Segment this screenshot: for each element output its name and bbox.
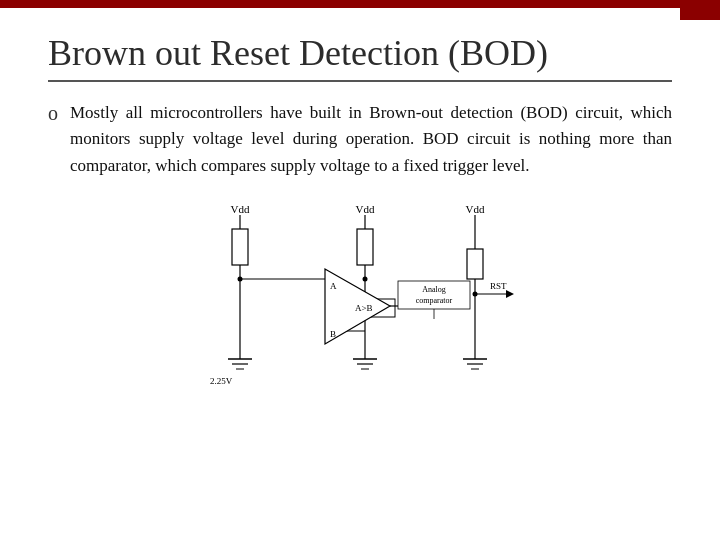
svg-text:2.25V: 2.25V: [210, 376, 233, 386]
content-area: Brown out Reset Detection (BOD) o Mostly…: [0, 8, 720, 415]
svg-rect-2: [232, 229, 248, 265]
svg-marker-32: [506, 290, 514, 298]
slide-container: Brown out Reset Detection (BOD) o Mostly…: [0, 0, 720, 540]
svg-text:comparator: comparator: [416, 296, 453, 305]
svg-text:Analog: Analog: [422, 285, 446, 294]
title-divider: [48, 80, 672, 82]
svg-text:B: B: [330, 329, 336, 339]
svg-rect-27: [467, 249, 483, 279]
bullet-section: o Mostly all microcontrollers have built…: [48, 100, 672, 179]
bullet-icon: o: [48, 102, 58, 125]
corner-accent: [680, 0, 720, 20]
top-bar-accent: [0, 0, 720, 8]
svg-text:RST: RST: [490, 281, 507, 291]
bullet-text: Mostly all microcontrollers have built i…: [70, 100, 672, 179]
diagram-area: Vdd Vdd 0.5: [48, 199, 672, 399]
svg-text:Vdd: Vdd: [466, 203, 485, 215]
svg-text:Vdd: Vdd: [356, 203, 375, 215]
svg-rect-8: [357, 229, 373, 265]
svg-text:A: A: [330, 281, 337, 291]
svg-text:A>B: A>B: [355, 303, 373, 313]
slide-title: Brown out Reset Detection (BOD): [48, 32, 672, 74]
circuit-diagram: Vdd Vdd 0.5: [180, 199, 540, 399]
svg-text:Vdd: Vdd: [231, 203, 250, 215]
